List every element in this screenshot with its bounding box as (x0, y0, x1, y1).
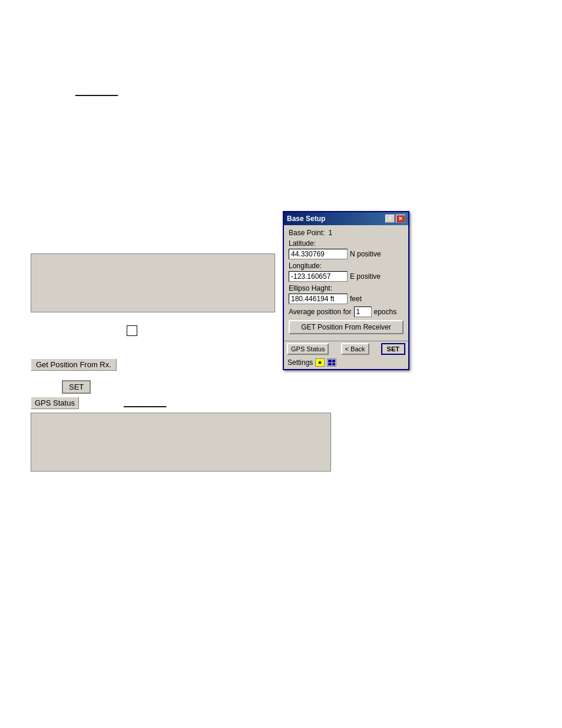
top-link[interactable]: __________ (75, 87, 118, 96)
latitude-unit: N positive (350, 250, 381, 258)
latitude-input-row: N positive (289, 249, 404, 259)
dialog-titlebar: Base Setup ? ✕ (284, 212, 408, 225)
dialog-set-button[interactable]: SET (381, 343, 405, 355)
longitude-input[interactable] (289, 271, 348, 282)
gps-link[interactable]: __________ (124, 398, 166, 407)
dialog-gps-status-button[interactable]: GPS Status (287, 343, 329, 355)
settings-yellow-icon[interactable]: ★ (315, 358, 325, 367)
dialog-settings-row: Settings ★ (284, 357, 408, 369)
grid-cell-2 (332, 360, 336, 363)
average-position-input[interactable] (354, 307, 372, 317)
longitude-label: Longitude: (289, 262, 404, 270)
base-setup-dialog: Base Setup ? ✕ Base Point: 1 Latitude: N… (283, 211, 409, 370)
latitude-input[interactable] (289, 249, 348, 259)
settings-grid-icon[interactable] (327, 358, 336, 367)
gps-status-button-main[interactable]: GPS Status (31, 397, 79, 409)
checkbox[interactable] (127, 325, 137, 336)
ellipso-height-row: Ellipso Haght: feet (289, 284, 404, 304)
dialog-title: Base Setup (287, 215, 325, 223)
average-position-label: Average position for (289, 308, 352, 316)
ellipso-height-input[interactable] (289, 294, 348, 304)
dialog-help-button[interactable]: ? (385, 215, 395, 223)
ellipso-height-input-row: feet (289, 294, 404, 304)
main-gray-area-top (31, 253, 275, 312)
dialog-body: Base Point: 1 Latitude: N positive Longi… (284, 225, 408, 341)
set-button-main[interactable]: SET (62, 380, 91, 394)
longitude-unit: E positive (350, 272, 381, 281)
latitude-label: Latitude: (289, 239, 404, 248)
longitude-row: Longitude: E positive (289, 262, 404, 282)
base-point-value: 1 (328, 229, 332, 237)
get-position-from-receiver-button[interactable]: GET Position From Receiver (289, 320, 404, 334)
dialog-bottom-bar: GPS Status < Back SET (284, 341, 408, 357)
dialog-close-button[interactable]: ✕ (396, 215, 405, 223)
dialog-titlebar-buttons: ? ✕ (385, 215, 405, 223)
get-position-from-rx-button[interactable]: Get Position From Rx. (31, 358, 117, 371)
average-position-row: Average position for epochs (289, 307, 404, 317)
settings-yellow-icon-symbol: ★ (318, 360, 322, 365)
dialog-back-button[interactable]: < Back (341, 343, 369, 355)
settings-label: Settings (287, 358, 313, 367)
ellipso-height-unit: feet (350, 295, 362, 303)
bottom-gray-area (31, 413, 331, 472)
longitude-input-row: E positive (289, 271, 404, 282)
latitude-row: Latitude: N positive (289, 239, 404, 259)
grid-cell-3 (328, 363, 332, 366)
base-point-row: Base Point: 1 (289, 229, 404, 237)
base-point-label: Base Point: (289, 229, 325, 237)
average-position-unit: epochs (374, 308, 397, 316)
grid-cell-1 (328, 360, 332, 363)
grid-cell-4 (332, 363, 336, 366)
ellipso-height-label: Ellipso Haght: (289, 284, 404, 292)
